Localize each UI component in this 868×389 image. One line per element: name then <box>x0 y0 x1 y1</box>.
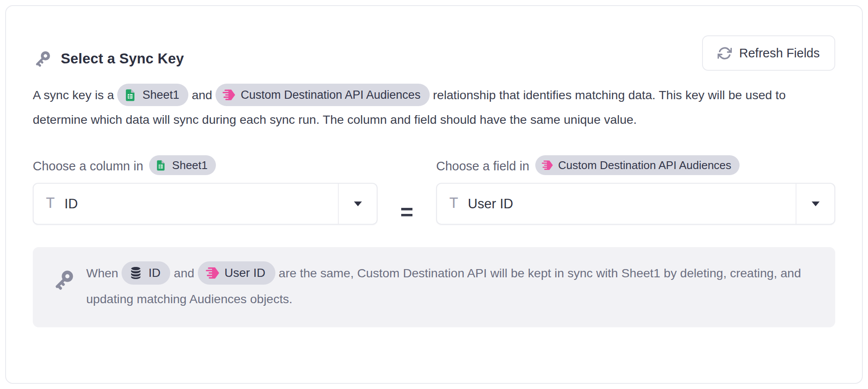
equals-sign: = <box>378 156 436 225</box>
description-conjunction: and <box>192 88 212 102</box>
destination-arrow-icon <box>204 265 220 281</box>
destination-arrow-icon <box>540 159 553 172</box>
destination-badge-label: Custom Destination API Audiences <box>240 83 420 107</box>
spreadsheet-icon <box>123 88 137 102</box>
column-picker: Choose a column in Sheet1 T ID <box>33 156 378 225</box>
info-conjunction: and <box>174 266 194 280</box>
field-picker: Choose a field in Custom Destination API… <box>436 156 835 225</box>
info-lead: When <box>86 266 118 280</box>
source-badge-label: Sheet1 <box>142 83 179 107</box>
column-picker-label-text: Choose a column in <box>33 159 143 173</box>
column-select-dropdown-toggle[interactable] <box>338 184 377 224</box>
sync-key-pickers: Choose a column in Sheet1 T ID = Choose … <box>33 156 835 225</box>
field-select-dropdown-toggle[interactable] <box>796 184 834 224</box>
destination-badge: Custom Destination API Audiences <box>215 84 429 106</box>
field-picker-destination-badge-label: Custom Destination API Audiences <box>558 159 731 172</box>
card-header: Select a Sync Key Refresh Fields <box>33 35 835 71</box>
field-select[interactable]: T User ID <box>436 183 835 225</box>
text-type-icon: T <box>449 196 459 212</box>
destination-arrow-icon <box>221 88 236 102</box>
text-type-icon: T <box>46 196 55 212</box>
sync-behavior-info-box: When ID and User ID are the same, Custom… <box>33 247 835 327</box>
field-picker-destination-badge: Custom Destination API Audiences <box>535 155 740 175</box>
description-lead: A sync key is a <box>33 88 114 102</box>
key-icon <box>52 267 77 292</box>
sync-key-description: A sync key is a Sheet1 and Custom Destin… <box>33 83 835 132</box>
info-field-badge-label: User ID <box>225 260 265 286</box>
title-group: Select a Sync Key <box>33 48 184 69</box>
field-picker-label-text: Choose a field in <box>436 159 529 173</box>
column-select-value: ID <box>65 196 78 212</box>
source-badge: Sheet1 <box>117 84 188 106</box>
info-column-badge: ID <box>122 261 170 285</box>
refresh-icon <box>718 46 732 60</box>
sync-key-card: Select a Sync Key Refresh Fields A sync … <box>5 5 863 384</box>
database-icon <box>128 265 144 281</box>
sync-behavior-text: When ID and User ID are the same, Custom… <box>86 260 818 312</box>
column-picker-source-badge: Sheet1 <box>149 155 215 175</box>
field-select-value: User ID <box>468 196 513 212</box>
chevron-down-icon <box>353 201 363 207</box>
chevron-down-icon <box>811 201 821 207</box>
page-title: Select a Sync Key <box>61 50 184 67</box>
column-picker-source-badge-label: Sheet1 <box>172 159 207 172</box>
field-picker-label: Choose a field in Custom Destination API… <box>436 156 835 176</box>
refresh-fields-label: Refresh Fields <box>739 46 820 60</box>
column-picker-label: Choose a column in Sheet1 <box>33 156 378 176</box>
spreadsheet-icon <box>154 159 167 172</box>
column-select[interactable]: T ID <box>33 183 378 225</box>
refresh-fields-button[interactable]: Refresh Fields <box>702 35 835 71</box>
info-column-badge-label: ID <box>148 260 160 286</box>
key-icon <box>33 48 53 69</box>
info-field-badge: User ID <box>198 261 275 285</box>
